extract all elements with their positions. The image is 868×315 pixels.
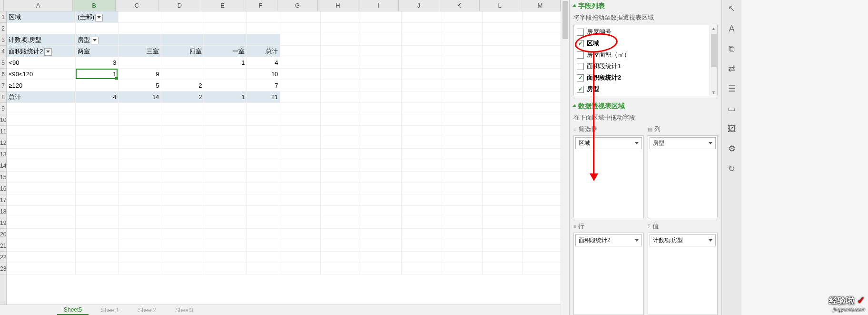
- col-header-K[interactable]: K: [439, 0, 480, 11]
- cell[interactable]: [7, 240, 76, 252]
- cell[interactable]: [321, 194, 361, 206]
- cell[interactable]: [76, 137, 118, 149]
- cell[interactable]: [118, 149, 161, 160]
- cell[interactable]: [204, 103, 247, 114]
- cell[interactable]: [483, 80, 523, 91]
- cell[interactable]: [442, 194, 483, 206]
- cell[interactable]: [118, 57, 161, 69]
- cell[interactable]: [161, 11, 204, 23]
- cell[interactable]: [321, 149, 361, 160]
- cell[interactable]: [402, 23, 442, 34]
- cell[interactable]: [204, 126, 247, 137]
- cell[interactable]: [361, 69, 402, 80]
- cell[interactable]: [523, 137, 561, 149]
- corner-cell[interactable]: [0, 0, 4, 11]
- row-header-9[interactable]: 9: [0, 103, 6, 114]
- field-item[interactable]: 房型: [574, 83, 717, 95]
- row-header-13[interactable]: 13: [0, 149, 6, 160]
- filter-dropzone[interactable]: 区域: [573, 135, 644, 218]
- cell[interactable]: [321, 69, 361, 80]
- cell[interactable]: [7, 114, 76, 126]
- cell[interactable]: [483, 160, 523, 172]
- cell[interactable]: [523, 46, 561, 57]
- cell[interactable]: [402, 46, 442, 57]
- cell[interactable]: [76, 217, 118, 229]
- cell[interactable]: [204, 217, 247, 229]
- cell[interactable]: [76, 183, 118, 194]
- field-item[interactable]: 面积段统计2: [574, 72, 717, 83]
- cell[interactable]: [118, 137, 161, 149]
- cell[interactable]: [118, 217, 161, 229]
- dropdown-icon[interactable]: [44, 48, 52, 56]
- cell[interactable]: [247, 114, 280, 126]
- col-header-J[interactable]: J: [399, 0, 439, 11]
- cell[interactable]: [483, 126, 523, 137]
- cell[interactable]: [7, 217, 76, 229]
- cell[interactable]: [7, 137, 76, 149]
- cell-grid[interactable]: 区域(全部)计数项:房型房型面积段统计2两室三室四室一室总计<90314≤90<…: [7, 11, 561, 315]
- swap-icon[interactable]: ⇄: [726, 63, 738, 74]
- cell[interactable]: [280, 23, 321, 34]
- row-header-21[interactable]: 21: [0, 240, 6, 252]
- col-header-F[interactable]: F: [244, 0, 277, 11]
- cell[interactable]: [247, 263, 280, 274]
- row-header-2[interactable]: 2: [0, 23, 6, 34]
- cell[interactable]: [7, 160, 76, 172]
- cell[interactable]: [321, 34, 361, 46]
- cell[interactable]: [247, 126, 280, 137]
- field-item[interactable]: 面积段统计1: [574, 61, 717, 72]
- cell[interactable]: [523, 194, 561, 206]
- cell[interactable]: [483, 57, 523, 69]
- cell[interactable]: [161, 217, 204, 229]
- cell[interactable]: [402, 172, 442, 183]
- cell[interactable]: [402, 206, 442, 217]
- row-header-7[interactable]: 7: [0, 80, 6, 91]
- cell[interactable]: [402, 263, 442, 274]
- cell[interactable]: 一室: [204, 46, 247, 57]
- cell[interactable]: [321, 114, 361, 126]
- cell[interactable]: 三室: [118, 46, 161, 57]
- cell[interactable]: [161, 252, 204, 263]
- cell[interactable]: [204, 252, 247, 263]
- row-header-23[interactable]: 23: [0, 263, 6, 274]
- cell[interactable]: [118, 194, 161, 206]
- cell[interactable]: [442, 114, 483, 126]
- row-header-22[interactable]: 22: [0, 252, 6, 263]
- cell[interactable]: [483, 11, 523, 23]
- cell[interactable]: [523, 103, 561, 114]
- cell[interactable]: [76, 103, 118, 114]
- cell[interactable]: [361, 160, 402, 172]
- cell[interactable]: [523, 69, 561, 80]
- cell[interactable]: [402, 183, 442, 194]
- cell[interactable]: [247, 206, 280, 217]
- row-header-17[interactable]: 17: [0, 194, 6, 206]
- cell[interactable]: [204, 137, 247, 149]
- cell[interactable]: [361, 229, 402, 240]
- cell[interactable]: 14: [118, 91, 161, 103]
- field-item[interactable]: 房屋面积（㎡）: [574, 49, 717, 61]
- cell[interactable]: [161, 172, 204, 183]
- checkbox[interactable]: [577, 63, 584, 70]
- cell[interactable]: [280, 194, 321, 206]
- cell[interactable]: [483, 149, 523, 160]
- checkbox[interactable]: [577, 86, 584, 93]
- cell[interactable]: [118, 103, 161, 114]
- cell[interactable]: [483, 137, 523, 149]
- cell[interactable]: [442, 240, 483, 252]
- gear-icon[interactable]: ⚙: [726, 143, 738, 154]
- cell[interactable]: [280, 240, 321, 252]
- cell[interactable]: [442, 252, 483, 263]
- cell[interactable]: [7, 263, 76, 274]
- cell[interactable]: [483, 194, 523, 206]
- cell[interactable]: [204, 240, 247, 252]
- cell[interactable]: [402, 57, 442, 69]
- col-header-C[interactable]: C: [116, 0, 158, 11]
- cell[interactable]: <90: [7, 57, 76, 69]
- cell[interactable]: [247, 160, 280, 172]
- cell[interactable]: [402, 103, 442, 114]
- cell[interactable]: ≥120: [7, 80, 76, 91]
- cell[interactable]: [76, 206, 118, 217]
- cell[interactable]: [361, 263, 402, 274]
- col-header-A[interactable]: A: [4, 0, 73, 11]
- cell[interactable]: [523, 91, 561, 103]
